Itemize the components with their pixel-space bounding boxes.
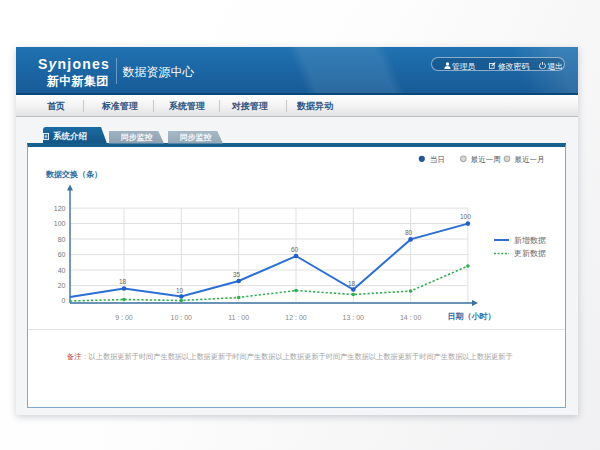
svg-text:0: 0 xyxy=(62,297,66,304)
svg-text:40: 40 xyxy=(58,267,66,274)
svg-text:数据交换（条）: 数据交换（条） xyxy=(45,170,102,179)
svg-text:10 : 00: 10 : 00 xyxy=(171,314,193,321)
svg-text:100: 100 xyxy=(54,220,66,227)
svg-text:最近一周: 最近一周 xyxy=(471,155,501,164)
svg-text:14 : 00: 14 : 00 xyxy=(400,314,422,321)
svg-text:35: 35 xyxy=(233,271,241,278)
svg-text:18: 18 xyxy=(119,278,127,285)
svg-text:更新数据: 更新数据 xyxy=(514,249,546,258)
svg-text:当日: 当日 xyxy=(430,155,445,164)
svg-text:备注：以上数据更新于时间产生数据以上数据更新于时间产生数据以: 备注：以上数据更新于时间产生数据以上数据更新于时间产生数据以上数据更新于时间产生… xyxy=(67,352,513,361)
svg-text:120: 120 xyxy=(54,205,66,212)
svg-text:11 : 00: 11 : 00 xyxy=(228,314,249,321)
svg-text:13 : 00: 13 : 00 xyxy=(343,314,365,321)
svg-text:100: 100 xyxy=(460,213,471,220)
svg-text:18: 18 xyxy=(348,280,356,287)
svg-text:日期（小时）: 日期（小时） xyxy=(448,312,496,321)
svg-text:新增数据: 新增数据 xyxy=(514,236,546,245)
svg-text:60: 60 xyxy=(58,251,66,258)
svg-text:12 : 00: 12 : 00 xyxy=(285,314,307,321)
svg-text:最近一月: 最近一月 xyxy=(515,155,545,164)
svg-text:80: 80 xyxy=(58,236,66,243)
svg-text:9 : 00: 9 : 00 xyxy=(115,314,133,321)
svg-text:60: 60 xyxy=(291,246,299,253)
svg-text:10: 10 xyxy=(176,287,184,294)
svg-text:80: 80 xyxy=(405,229,413,236)
svg-text:20: 20 xyxy=(58,282,66,289)
